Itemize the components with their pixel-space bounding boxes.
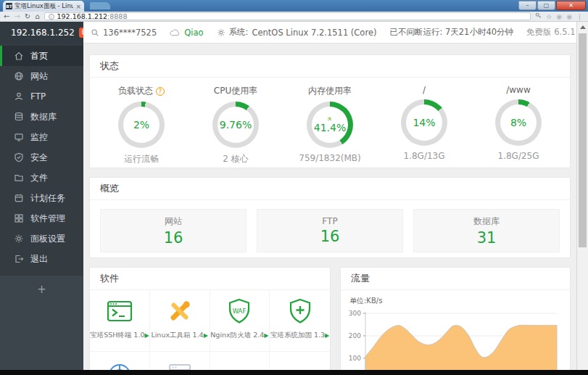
maximize-button[interactable]: ▢ (537, 1, 555, 10)
gauge-ring-memory: ✈41.4% (307, 102, 353, 148)
traffic-title: 流量 (341, 268, 570, 290)
svg-text:300: 300 (349, 310, 361, 317)
browser-toolbar: ← → ↻ ⌂ i 192.168.1.212:8888 ☆ ◉ ◉ ⋮ (0, 12, 588, 22)
sidebar-item-logout[interactable]: 退出 (0, 249, 83, 269)
sidebar-item-monitor[interactable]: 监控 (0, 127, 83, 147)
overview-ftp[interactable]: FTP 16 (257, 209, 403, 252)
overview-title: 概览 (90, 178, 570, 200)
gauge-ring-load: 2% (118, 102, 165, 148)
main-content: 状态 负载状态? 2% 运行流畅 CPU使用率 9.76% 2 核心 内存使用率… (83, 44, 576, 375)
sidebar-item-website[interactable]: 网站 (0, 66, 83, 86)
software-ssh-terminal[interactable]: 宝塔SSH终端 1.0▶ (90, 290, 150, 352)
browser-tab[interactable]: BT 宝塔Linux面板 - Linux版 × (3, 1, 84, 12)
terminal-icon (105, 297, 134, 326)
settings-icon (14, 234, 24, 244)
sidebar-item-soft[interactable]: 软件管理 (0, 208, 83, 228)
logout-icon (14, 254, 24, 264)
shield-icon (14, 152, 24, 162)
database-icon (14, 112, 24, 122)
gauge-ring-cpu: 9.76% (212, 102, 259, 148)
play-icon: ▶ (325, 332, 329, 339)
sidebar-menu: 首页 网站 FTP 数据库 监控 安全 文件 计划任务 软件管理 面板设置 退出 (0, 44, 83, 269)
bookmark-star-icon[interactable]: ☆ (546, 13, 552, 20)
schedule-icon (14, 193, 24, 203)
shield-plus-icon (286, 297, 315, 326)
scrollbar-thumb[interactable] (579, 33, 587, 247)
favicon-bt-icon: BT (6, 3, 12, 9)
sidebar-item-security[interactable]: 安全 (0, 147, 83, 168)
play-icon: ▶ (264, 332, 268, 339)
gauge-disk-root: / 14% 1.8G/13G (379, 85, 469, 165)
traffic-card: 流量 单位:KB/s 300200100 (340, 267, 571, 375)
account-item[interactable]: 136****7525 (91, 28, 157, 38)
home-icon[interactable]: ⌂ (35, 12, 39, 21)
refresh-icon[interactable]: ↻ (25, 12, 30, 21)
svg-text:WAF: WAF (233, 308, 247, 315)
page-scrollbar[interactable] (576, 22, 588, 375)
extension-icon[interactable]: ◉ (556, 13, 562, 20)
sidebar-item-cron[interactable]: 计划任务 (0, 188, 83, 208)
overview-sites[interactable]: 网站 16 (100, 209, 247, 252)
sidebar-item-database[interactable]: 数据库 (0, 107, 83, 127)
sidebar-item-files[interactable]: 文件 (0, 168, 83, 188)
sidebar-item-home[interactable]: 首页 (0, 46, 83, 66)
folder-icon (14, 173, 24, 183)
minimize-button[interactable]: – (518, 1, 537, 10)
ftp-icon (14, 91, 24, 102)
browser-menu-icon[interactable]: ⋮ (576, 13, 583, 20)
close-button[interactable]: ✕ (556, 1, 586, 10)
uptime-text: 已不间断运行: 7天21小时40分钟 (389, 27, 513, 38)
forward-icon[interactable]: → (14, 12, 20, 21)
scrollbar-up-icon[interactable] (580, 25, 586, 29)
play-icon: ▶ (204, 332, 208, 339)
play-icon: ▶ (144, 332, 149, 339)
software-system-hardening[interactable]: 宝塔系统加固 1.3▶ (270, 290, 330, 352)
monitor-icon (14, 132, 24, 142)
server-ip-block: 192.168.1.252 0 (0, 22, 83, 44)
back-icon[interactable]: ← (4, 12, 9, 21)
sidebar: 192.168.1.252 0 首页 网站 FTP 数据库 监控 安全 文件 计… (0, 22, 83, 375)
browser-titlebar: BT 宝塔Linux面板 - Linux版 × – ▢ ✕ (0, 0, 588, 12)
software-nginx-waf[interactable]: WAF Nginx防火墙 2.4▶ (210, 290, 270, 352)
sidebar-item-config[interactable]: 面板设置 (0, 228, 83, 249)
system-info-item: 系统: CentOS Linux 7.2.1511 (Core) (217, 27, 377, 38)
svg-text:200: 200 (349, 332, 361, 339)
sidebar-add-button[interactable]: + (37, 283, 46, 296)
software-title: 软件 (90, 268, 330, 290)
overview-card: 概览 网站 16 FTP 16 数据库 31 (89, 177, 571, 258)
url-text: 192.168.1.212:8888 (57, 12, 128, 20)
cloud-icon (170, 29, 181, 36)
traffic-unit-label: 单位:KB/s (341, 290, 570, 306)
tab-title: 宝塔Linux面板 - Linux版 (15, 2, 73, 11)
taskbar (0, 370, 588, 375)
gauge-ring-disk-root: 14% (401, 99, 447, 146)
gauge-load: 负载状态? 2% 运行流畅 (96, 85, 186, 165)
svg-text:100: 100 (349, 355, 361, 362)
page-info-icon[interactable]: i (49, 14, 54, 20)
gauge-memory: 内存使用率 ✈41.4% 759/1832(MB) (285, 85, 375, 165)
gear-icon (217, 28, 225, 37)
sidebar-item-ftp[interactable]: FTP (0, 86, 83, 107)
key-extension-icon[interactable] (535, 12, 542, 20)
toolbox-icon (165, 297, 194, 326)
globe-icon (14, 71, 24, 81)
overview-databases[interactable]: 数据库 31 (413, 209, 560, 252)
cloud-account-item[interactable]: Qiao (170, 28, 203, 38)
status-card: 状态 负载状态? 2% 运行流畅 CPU使用率 9.76% 2 核心 内存使用率… (89, 54, 571, 168)
apps-icon (14, 213, 24, 223)
tab-close-icon[interactable]: × (75, 3, 81, 10)
search-icon (91, 28, 99, 37)
software-linux-toolbox[interactable]: Linux工具箱 1.4▶ (150, 290, 210, 352)
address-bar[interactable]: i 192.168.1.212:8888 (44, 12, 531, 20)
help-icon[interactable]: ? (156, 87, 165, 96)
software-card: 软件 宝塔SSH终端 1.0▶ Linux工具箱 1.4▶ WAF Nginx防… (89, 267, 331, 375)
panel-header: 136****7525 Qiao 系统: CentOS Linux 7.2.15… (83, 22, 576, 44)
screen: BT 宝塔Linux面板 - Linux版 × – ▢ ✕ ← → ↻ ⌂ i … (0, 0, 588, 375)
server-ip: 192.168.1.252 (11, 28, 75, 38)
edition-label: 免费版 6.5.1 (526, 27, 575, 38)
extension-icon[interactable]: ◉ (566, 13, 572, 20)
new-tab-button[interactable] (90, 2, 110, 9)
gauge-ring-disk-www: 8% (495, 99, 542, 146)
sidebar-footer: + (0, 276, 83, 375)
waf-shield-icon: WAF (225, 297, 254, 326)
